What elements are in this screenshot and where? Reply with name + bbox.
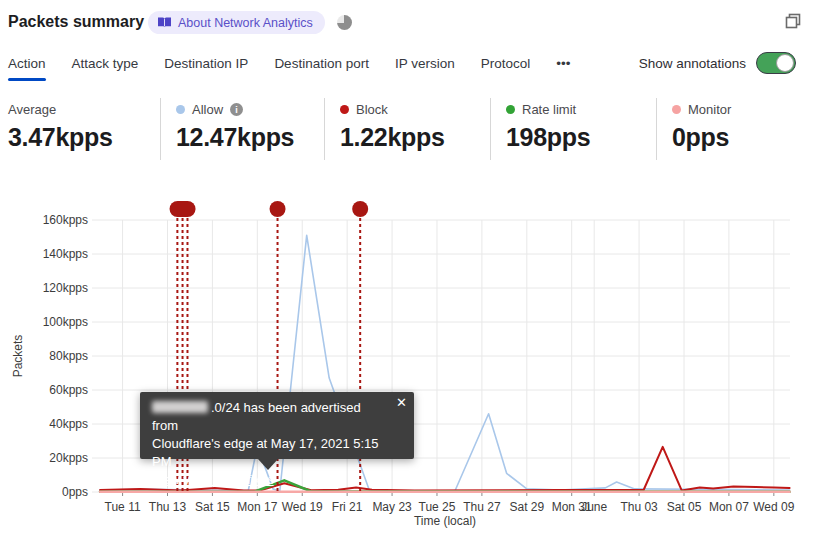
y-tick-label: 160kpps [43, 213, 88, 227]
view-ip-prefixes-link[interactable]: View your IP prefixes [152, 472, 274, 487]
y-tick-label: 80kpps [49, 349, 88, 363]
stat-average: Average 3.47kpps [8, 96, 113, 152]
stat-block: Block 1.22kpps [340, 96, 445, 152]
book-icon [157, 16, 172, 29]
y-tick-label: 20kpps [49, 451, 88, 465]
x-tick-label: Wed 09 [753, 500, 794, 514]
y-tick-label: 60kpps [49, 383, 88, 397]
toggle-knob [776, 54, 794, 72]
stat-rate-limit-value: 198pps [506, 123, 590, 152]
x-tick-label: Sat 15 [195, 500, 230, 514]
network-analytics-panel: Packets summary About Network Analytics … [0, 0, 816, 545]
show-annotations-label: Show annotations [639, 56, 746, 71]
x-tick-label: Sat 05 [667, 500, 702, 514]
tooltip-close-icon[interactable]: ✕ [396, 395, 407, 410]
page-title: Packets summary [8, 13, 144, 31]
stat-monitor: Monitor 0pps [672, 96, 731, 152]
x-tick-label: Sat 29 [509, 500, 544, 514]
x-tick-label: Wed 19 [282, 500, 323, 514]
pie-timer-icon [337, 15, 352, 30]
y-tick-label: 120kpps [43, 281, 88, 295]
annotation-dot-cluster[interactable] [170, 201, 196, 217]
stat-block-value: 1.22kpps [340, 123, 445, 152]
tab-destination-ip[interactable]: Destination IP [164, 52, 248, 81]
tab-protocol[interactable]: Protocol [481, 52, 531, 81]
monitor-legend-dot [672, 105, 681, 114]
y-tick-label: 40kpps [49, 417, 88, 431]
open-in-window-icon[interactable] [783, 12, 803, 32]
x-tick-label: Thu 03 [620, 500, 658, 514]
packets-time-series-chart[interactable]: 0pps20kpps40kpps60kpps80kpps100kpps120kp… [0, 190, 816, 540]
block-legend-dot [340, 105, 349, 114]
stat-allow-label: Allow [192, 102, 223, 117]
allow-info-icon[interactable]: i [230, 103, 243, 116]
tab-attack-type[interactable]: Attack type [72, 52, 139, 81]
rate-limit-legend-dot [506, 105, 515, 114]
annotation-dot[interactable] [352, 201, 368, 217]
dimension-tabs: Action Attack type Destination IP Destin… [8, 52, 570, 81]
stat-divider [324, 98, 325, 160]
y-tick-label: 100kpps [43, 315, 88, 329]
stat-average-label: Average [8, 102, 56, 117]
badge-label: About Network Analytics [178, 16, 313, 30]
tab-more-ellipsis[interactable]: ••• [556, 52, 570, 81]
tooltip-text-line2: Cloudflare's edge at May 17, 2021 5:15 P… [152, 435, 388, 471]
annotation-dot[interactable] [270, 201, 286, 217]
tab-destination-port[interactable]: Destination port [274, 52, 369, 81]
allow-legend-dot [176, 105, 185, 114]
x-tick-label: Mon 17 [237, 500, 277, 514]
annotation-tooltip: ✕ .0/24 has been advertised from Cloudfl… [140, 392, 414, 459]
stat-allow: Allow i 12.47kpps [176, 96, 294, 152]
x-tick-label: June [581, 500, 607, 514]
stat-average-value: 3.47kpps [8, 123, 113, 152]
y-tick-label: 0pps [62, 485, 88, 499]
y-axis-title: Packets [11, 335, 25, 378]
y-tick-label: 140kpps [43, 247, 88, 261]
x-tick-label: May 23 [372, 500, 412, 514]
x-tick-label: Tue 25 [419, 500, 456, 514]
redacted-ip-prefix [152, 401, 208, 413]
x-tick-label: Thu 27 [463, 500, 501, 514]
summary-stats-row: Average 3.47kpps Allow i 12.47kpps Block… [0, 96, 816, 162]
tab-ip-version[interactable]: IP version [395, 52, 455, 81]
stat-divider [490, 98, 491, 160]
stat-rate-limit-label: Rate limit [522, 102, 576, 117]
x-tick-label: Thu 13 [149, 500, 187, 514]
about-network-analytics-badge[interactable]: About Network Analytics [148, 11, 325, 34]
stat-allow-value: 12.47kpps [176, 123, 294, 152]
tab-action[interactable]: Action [8, 52, 46, 81]
tooltip-text: .0/24 has been advertised from [152, 399, 388, 435]
x-tick-label: Mon 07 [709, 500, 749, 514]
show-annotations-toggle[interactable] [756, 52, 796, 74]
stat-monitor-value: 0pps [672, 123, 731, 152]
show-annotations-control: Show annotations [639, 52, 796, 74]
x-tick-label: Fri 21 [332, 500, 363, 514]
x-tick-label: Tue 11 [105, 500, 141, 514]
stat-rate-limit: Rate limit 198pps [506, 96, 590, 152]
stat-divider [160, 98, 161, 160]
stat-divider [656, 98, 657, 160]
stat-block-label: Block [356, 102, 388, 117]
stat-monitor-label: Monitor [688, 102, 731, 117]
x-axis-title: Time (local) [414, 514, 476, 528]
